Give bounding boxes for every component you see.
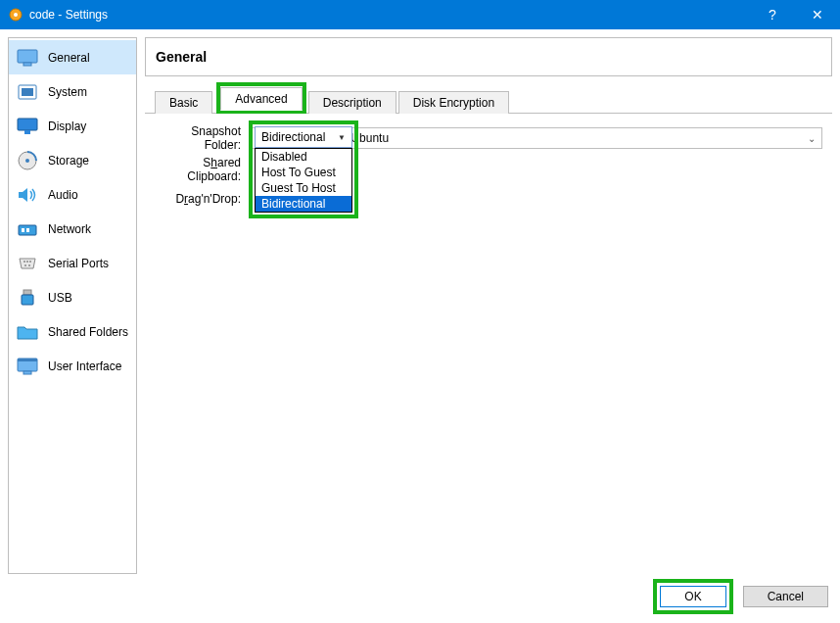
- sidebar-item-label: Serial Ports: [48, 257, 109, 270]
- svg-rect-22: [23, 371, 31, 374]
- chevron-down-icon[interactable]: ⌄: [808, 133, 816, 144]
- sidebar-item-display[interactable]: Display: [9, 109, 136, 143]
- highlight-advanced-tab: Advanced: [216, 82, 305, 114]
- dialog-footer: OK Cancel: [0, 582, 840, 615]
- svg-point-1: [14, 13, 18, 17]
- svg-rect-3: [23, 63, 31, 66]
- svg-rect-21: [18, 359, 37, 361]
- sidebar-item-label: System: [48, 85, 87, 99]
- tab-description[interactable]: Description: [308, 91, 397, 114]
- tab-advanced[interactable]: Advanced: [220, 87, 302, 111]
- settings-gear-icon: [8, 7, 23, 23]
- svg-rect-18: [23, 290, 31, 295]
- sidebar-item-label: Display: [48, 120, 86, 133]
- page-title: General: [156, 49, 207, 65]
- sidebar-item-system[interactable]: System: [9, 74, 136, 109]
- sidebar-item-storage[interactable]: Storage: [9, 143, 136, 177]
- sidebar-item-label: Shared Folders: [48, 325, 128, 339]
- form-area: Snapshot Folder: C:\Codetryout\Ubuntu ⌄ …: [145, 114, 832, 200]
- tabs-bar: Basic Advanced Description Disk Encrypti…: [145, 88, 832, 114]
- svg-point-9: [25, 159, 29, 163]
- display-icon: [17, 116, 38, 137]
- storage-icon: [17, 150, 38, 171]
- sidebar-item-network[interactable]: Network: [9, 212, 136, 246]
- svg-rect-6: [18, 119, 37, 130]
- svg-rect-5: [22, 88, 33, 96]
- sidebar-item-usb[interactable]: USB: [9, 280, 136, 314]
- svg-rect-7: [24, 130, 30, 134]
- dropdown-option[interactable]: Host To Guest: [256, 165, 351, 180]
- shared-clipboard-combo[interactable]: Bidirectional ▼: [255, 126, 352, 148]
- svg-point-14: [26, 261, 28, 263]
- tab-disk-encryption[interactable]: Disk Encryption: [398, 91, 509, 114]
- sidebar-item-general[interactable]: General: [9, 40, 136, 74]
- titlebar: code - Settings ? ✕: [0, 0, 840, 29]
- dropdown-option[interactable]: Disabled: [256, 149, 351, 165]
- dragndrop-row: Drag'n'Drop:: [155, 186, 249, 212]
- sidebar-item-label: Network: [48, 222, 91, 236]
- main-panel: General Basic Advanced Description Disk …: [145, 37, 832, 574]
- sidebar-item-shared-folders[interactable]: Shared Folders: [9, 314, 136, 349]
- highlight-clipboard-combo: Bidirectional ▼ Disabled Host To Guest G…: [249, 120, 358, 218]
- dropdown-arrow-icon: ▼: [338, 133, 346, 142]
- sidebar-item-serial-ports[interactable]: Serial Ports: [9, 246, 136, 280]
- close-button[interactable]: ✕: [795, 0, 840, 29]
- svg-rect-11: [22, 228, 24, 232]
- page-header: General: [145, 37, 832, 76]
- user-interface-icon: [17, 356, 38, 377]
- svg-rect-2: [18, 50, 37, 63]
- window-title: code - Settings: [29, 8, 750, 22]
- settings-sidebar: General System Display Storage Audio Net…: [8, 37, 137, 574]
- ok-button[interactable]: OK: [660, 586, 725, 607]
- dropdown-option[interactable]: Guest To Host: [256, 180, 351, 196]
- svg-point-13: [23, 261, 25, 263]
- dragndrop-label: Drag'n'Drop:: [155, 192, 249, 206]
- svg-rect-19: [22, 295, 33, 305]
- shared-clipboard-row: Shared Clipboard: Bidirectional ▼ Disabl…: [155, 157, 822, 182]
- tab-basic[interactable]: Basic: [155, 91, 212, 114]
- shared-folders-icon: [17, 321, 38, 343]
- serial-ports-icon: [17, 253, 38, 274]
- sidebar-item-label: Storage: [48, 154, 89, 168]
- cancel-button[interactable]: Cancel: [743, 586, 828, 607]
- shared-clipboard-label: Shared Clipboard:: [155, 156, 249, 183]
- network-icon: [17, 218, 38, 240]
- audio-icon: [17, 184, 38, 206]
- svg-point-17: [28, 264, 30, 266]
- svg-point-15: [29, 261, 31, 263]
- svg-rect-12: [26, 228, 29, 232]
- svg-point-16: [24, 264, 26, 266]
- sidebar-item-user-interface[interactable]: User Interface: [9, 349, 136, 383]
- sidebar-item-label: USB: [48, 291, 72, 305]
- sidebar-item-label: User Interface: [48, 359, 121, 373]
- help-button[interactable]: ?: [750, 0, 795, 29]
- snapshot-folder-label: Snapshot Folder:: [155, 124, 249, 152]
- sidebar-item-label: General: [48, 51, 90, 65]
- dropdown-option-selected[interactable]: Bidirectional: [256, 196, 351, 212]
- shared-clipboard-dropdown: Disabled Host To Guest Guest To Host Bid…: [255, 148, 352, 213]
- sidebar-item-label: Audio: [48, 188, 78, 202]
- usb-icon: [17, 287, 38, 309]
- general-icon: [17, 47, 38, 69]
- sidebar-item-audio[interactable]: Audio: [9, 177, 136, 212]
- shared-clipboard-value: Bidirectional: [261, 130, 325, 144]
- highlight-ok-button: OK: [653, 579, 732, 614]
- system-icon: [17, 81, 38, 103]
